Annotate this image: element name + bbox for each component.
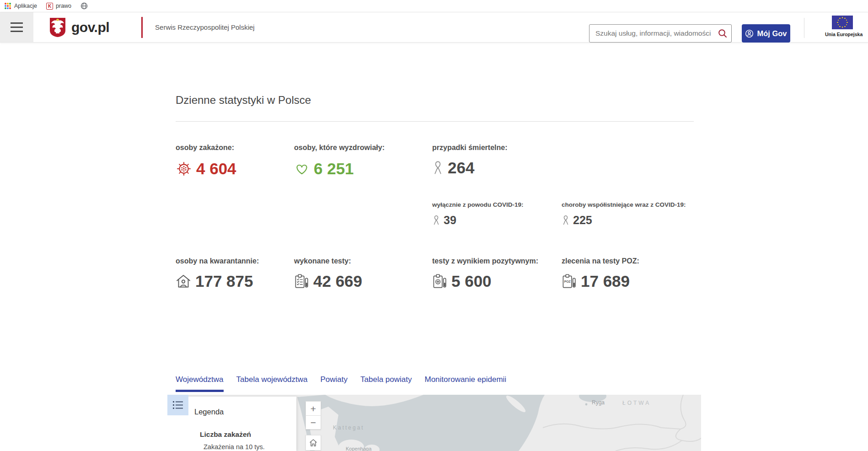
bookmark-label: Aplikacje <box>14 3 37 9</box>
map-home-button[interactable] <box>305 435 321 451</box>
page: Aplikacje K prawo gov.pl <box>0 0 868 451</box>
stat-label: wykonane testy: <box>294 257 362 265</box>
stat-label: osoby zakażone: <box>176 144 236 152</box>
header-divider <box>804 18 804 38</box>
red-divider <box>141 17 143 38</box>
eu-link[interactable]: Unia Europejska <box>825 16 860 37</box>
page-title: Dzienne statystyki w Polsce <box>176 94 311 107</box>
search-icon <box>718 28 728 38</box>
tab-tabela-wojewodztwa[interactable]: Tabela województwa <box>236 375 308 392</box>
stat-label: choroby współistniejące wraz z COVID-19: <box>562 201 686 208</box>
quarantine-house-icon <box>176 274 191 289</box>
stat-value: 264 <box>448 159 474 177</box>
govpl-logo[interactable]: gov.pl <box>49 17 109 38</box>
stat-value: 39 <box>444 214 456 227</box>
stat-label: przypadki śmiertelne: <box>432 144 508 152</box>
stat-value: 4 604 <box>196 160 236 178</box>
map-label-kattegat: Kattegat <box>333 424 364 431</box>
map-label-riga: Ryga <box>592 399 605 406</box>
apps-grid-icon <box>5 3 11 10</box>
logo-text: gov.pl <box>71 20 109 35</box>
k-favicon: K <box>46 3 53 10</box>
stat-value: 225 <box>573 214 592 227</box>
clipboard-poz-icon: POZ <box>562 274 577 289</box>
legend-title: Legenda <box>194 408 224 416</box>
stat-deaths-covid-only: wyłącznie z powodu COVID-19: 39 <box>432 201 524 227</box>
globe-icon <box>80 2 88 10</box>
legend-group-title: Liczba zakażeń <box>200 430 251 439</box>
stat-label: osoby na kwarantannie: <box>176 257 259 265</box>
stat-label: testy z wynikiem pozytywnym: <box>432 257 538 265</box>
stat-deaths: przypadki śmiertelne: 264 <box>432 144 508 177</box>
stat-value: 6 251 <box>314 160 354 178</box>
stat-recovered: osoby, które wyzdrowiały: 6 251 <box>294 144 385 178</box>
virus-icon <box>176 161 192 177</box>
map-tabs: Województwa Tabela województwa Powiaty T… <box>176 375 506 392</box>
user-circle-icon <box>745 29 754 38</box>
stat-value: 42 669 <box>313 272 362 290</box>
menu-button[interactable] <box>0 12 33 42</box>
bookmark-apps[interactable]: Aplikacje <box>5 3 37 10</box>
map-widget[interactable]: Ryga ŁOTWA Kattegat Kopenhaga Legenda Li… <box>167 395 701 451</box>
tab-tabela-powiaty[interactable]: Tabela powiaty <box>360 375 412 392</box>
stat-tests-positive: testy z wynikiem pozytywnym: 5 600 <box>432 257 538 290</box>
map-label-copenhagen: Kopenhaga <box>346 446 372 451</box>
stat-label: wyłącznie z powodu COVID-19: <box>432 201 524 208</box>
tab-wojewodztwa[interactable]: Województwa <box>176 375 224 392</box>
stat-quarantine: osoby na kwarantannie: 177 875 <box>176 257 259 290</box>
search-input[interactable] <box>589 29 714 38</box>
legend-item: Zakażenia na 10 tys. <box>204 443 265 451</box>
stat-value: 17 689 <box>581 272 630 290</box>
site-header: gov.pl Serwis Rzeczypospolitej Polskiej … <box>0 12 868 43</box>
search-box <box>589 24 732 43</box>
site-tagline: Serwis Rzeczypospolitej Polskiej <box>155 23 255 31</box>
bookmark-prawo[interactable]: K prawo <box>46 3 71 10</box>
stat-value: 177 875 <box>195 272 253 290</box>
clipboard-tests-icon <box>294 274 309 289</box>
stat-label: osoby, które wyzdrowiały: <box>294 144 385 152</box>
legend-toggle-button[interactable] <box>167 395 188 415</box>
browser-bookmarks-bar: Aplikacje K prawo <box>0 0 868 12</box>
bookmark-label: prawo <box>56 3 71 9</box>
stat-poz-orders: zlecenia na testy POZ: POZ 17 689 <box>562 257 639 290</box>
stat-deaths-comorbid: choroby współistniejące wraz z COVID-19:… <box>562 201 686 227</box>
poland-crest-icon <box>49 17 66 38</box>
ribbon-icon <box>562 214 570 226</box>
eu-flag-icon <box>832 16 853 29</box>
title-divider <box>176 121 694 122</box>
map-label-latvia: ŁOTWA <box>622 400 651 406</box>
ribbon-icon <box>432 214 440 226</box>
search-button[interactable] <box>714 25 731 42</box>
ribbon-icon <box>432 160 444 176</box>
stat-label: zlecenia na testy POZ: <box>562 257 639 265</box>
stat-value: 5 600 <box>451 272 492 290</box>
stat-infected: osoby zakażone: 4 604 <box>176 144 236 178</box>
clipboard-positive-icon <box>432 274 447 289</box>
tab-powiaty[interactable]: Powiaty <box>321 375 348 392</box>
moj-gov-label: Mój Gov <box>757 29 787 38</box>
map-zoom-out-button[interactable]: − <box>305 415 321 430</box>
map-zoom-in-button[interactable]: + <box>305 401 321 415</box>
stat-tests: wykonane testy: 42 669 <box>294 257 362 290</box>
poz-icon-text: POZ <box>564 280 571 283</box>
moj-gov-button[interactable]: Mój Gov <box>742 24 790 43</box>
tab-monitorowanie-epidemii[interactable]: Monitorowanie epidemii <box>425 375 507 392</box>
heart-icon <box>294 161 310 177</box>
home-icon <box>309 439 317 447</box>
eu-label: Unia Europejska <box>825 32 860 37</box>
bookmark-globe[interactable] <box>80 2 88 10</box>
legend-list-icon <box>173 401 183 409</box>
